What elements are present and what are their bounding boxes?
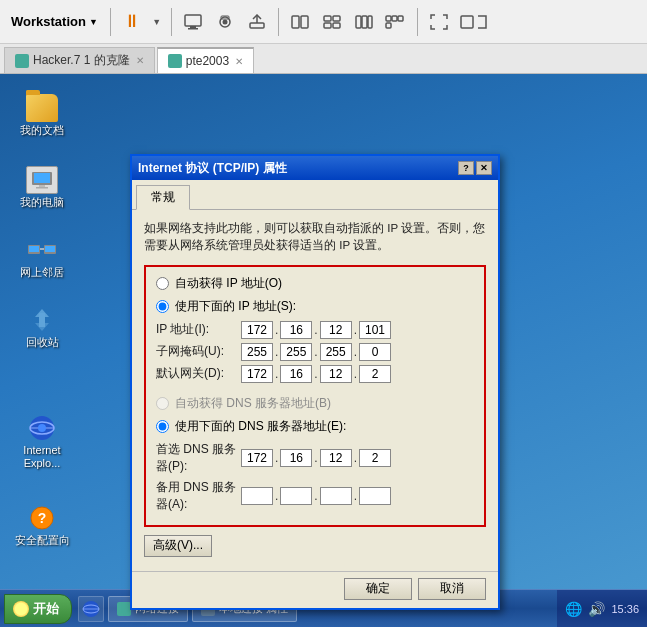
tab-pte2003-close[interactable]: ✕ [235, 56, 243, 67]
radio-manual-dns[interactable] [156, 420, 169, 433]
desktop-icon-security[interactable]: ? 安全配置向 [12, 504, 72, 547]
systray: 🌐 🔊 15:36 [557, 590, 647, 627]
desktop-icon-security-label: 安全配置向 [15, 534, 70, 547]
gateway-seg-4[interactable] [359, 365, 391, 383]
desktop-icon-my-docs[interactable]: 我的文档 [12, 94, 72, 137]
svg-rect-28 [45, 246, 55, 252]
radio-manual-dns-row: 使用下面的 DNS 服务器地址(E): [156, 418, 474, 435]
dns-secondary-value: . . . [241, 487, 391, 505]
view3-button[interactable] [350, 8, 378, 36]
ip-address-label: IP 地址(I): [156, 321, 241, 338]
taskbar-network-icon [117, 602, 131, 616]
workstation-menu[interactable]: Workstation ▼ [6, 11, 103, 32]
dns-p-seg-4[interactable] [359, 449, 391, 467]
desktop-icon-ie[interactable]: Internet Explo... [12, 414, 72, 470]
pause-button[interactable]: ⏸ [118, 8, 146, 36]
dns-s-seg-4[interactable] [359, 487, 391, 505]
clock: 15:36 [611, 603, 639, 615]
svg-rect-14 [362, 16, 367, 28]
start-button[interactable]: 开始 [4, 594, 72, 624]
svg-rect-6 [250, 23, 264, 28]
subnet-mask-row: 子网掩码(U): . . . [156, 343, 474, 361]
dialog-title-buttons: ? ✕ [458, 161, 492, 175]
advanced-button[interactable]: 高级(V)... [144, 535, 212, 557]
ip-seg-3[interactable] [320, 321, 352, 339]
resize-button[interactable] [457, 8, 491, 36]
radio-manual-dns-label: 使用下面的 DNS 服务器地址(E): [175, 418, 346, 435]
dialog-close-button[interactable]: ✕ [476, 161, 492, 175]
separator-1 [110, 8, 111, 36]
tabbar: Hacker.7 1 的克隆 ✕ pte2003 ✕ [0, 44, 647, 74]
subnet-seg-2[interactable] [280, 343, 312, 361]
dns-s-seg-1[interactable] [241, 487, 273, 505]
svg-rect-8 [301, 16, 308, 28]
radio-auto-ip-label: 自动获得 IP 地址(O) [175, 275, 282, 292]
dns-p-seg-3[interactable] [320, 449, 352, 467]
subnet-dot-3: . [354, 345, 357, 359]
view1-button[interactable] [286, 8, 314, 36]
svg-rect-7 [292, 16, 299, 28]
snapshot-button[interactable] [211, 8, 239, 36]
monitor-button[interactable] [179, 8, 207, 36]
dns-s-seg-3[interactable] [320, 487, 352, 505]
subnet-seg-1[interactable] [241, 343, 273, 361]
tab-pte2003[interactable]: pte2003 ✕ [157, 47, 254, 73]
desktop-icon-recycle[interactable]: 回收站 [12, 306, 72, 349]
gateway-seg-1[interactable] [241, 365, 273, 383]
dialog-footer: 确定 取消 [132, 571, 498, 608]
view4-button[interactable] [382, 8, 410, 36]
desktop-icon-recycle-label: 回收站 [26, 336, 59, 349]
workstation-label: Workstation [11, 14, 86, 29]
dns-s-dot-1: . [275, 489, 278, 503]
svg-text:?: ? [38, 510, 47, 526]
svg-rect-12 [333, 23, 340, 28]
dialog-help-button[interactable]: ? [458, 161, 474, 175]
radio-auto-ip[interactable] [156, 277, 169, 290]
desktop-icon-network[interactable]: 网上邻居 [12, 236, 72, 279]
dns-p-seg-2[interactable] [280, 449, 312, 467]
ip-config-section: 自动获得 IP 地址(O) 使用下面的 IP 地址(S): IP 地址(I): … [144, 265, 486, 527]
gateway-row: 默认网关(D): . . . [156, 365, 474, 383]
ip-dot-1: . [275, 323, 278, 337]
desktop-icon-my-computer-label: 我的电脑 [20, 196, 64, 209]
cancel-button[interactable]: 取消 [418, 578, 486, 600]
desktop-icon-my-computer[interactable]: 我的电脑 [12, 166, 72, 209]
ip-seg-2[interactable] [280, 321, 312, 339]
ok-button[interactable]: 确定 [344, 578, 412, 600]
taskbar-ie-icon[interactable] [78, 596, 104, 622]
dropdown-arrow: ▼ [89, 17, 98, 27]
svg-rect-1 [190, 26, 196, 28]
dns-s-dot-3: . [354, 489, 357, 503]
subnet-seg-3[interactable] [320, 343, 352, 361]
systray-volume-icon: 🔊 [588, 601, 605, 617]
dns-s-seg-2[interactable] [280, 487, 312, 505]
radio-manual-ip[interactable] [156, 300, 169, 313]
radio-auto-ip-row: 自动获得 IP 地址(O) [156, 275, 474, 292]
radio-manual-ip-row: 使用下面的 IP 地址(S): [156, 298, 474, 315]
gateway-seg-3[interactable] [320, 365, 352, 383]
dialog-tabs: 常规 [132, 180, 498, 210]
dialog-tab-general[interactable]: 常规 [136, 185, 190, 210]
tab-hacker[interactable]: Hacker.7 1 的克隆 ✕ [4, 47, 155, 73]
upload-button[interactable] [243, 8, 271, 36]
fullscreen-button[interactable] [425, 8, 453, 36]
desktop-icon-my-docs-label: 我的文档 [20, 124, 64, 137]
subnet-seg-4[interactable] [359, 343, 391, 361]
ip-seg-1[interactable] [241, 321, 273, 339]
toolbar: Workstation ▼ ⏸ ▼ [0, 0, 647, 44]
radio-auto-dns[interactable] [156, 397, 169, 410]
subnet-mask-value: . . . [241, 343, 391, 361]
gateway-seg-2[interactable] [280, 365, 312, 383]
tab-hacker-close[interactable]: ✕ [136, 55, 144, 66]
separator-4 [417, 8, 418, 36]
dns-p-seg-1[interactable] [241, 449, 273, 467]
dns-p-dot-1: . [275, 451, 278, 465]
start-logo [13, 601, 29, 617]
svg-rect-26 [29, 246, 39, 252]
separator-3 [278, 8, 279, 36]
ip-seg-4[interactable] [359, 321, 391, 339]
pause-dropdown-button[interactable]: ▼ [150, 8, 164, 36]
ip-address-row: IP 地址(I): . . . [156, 321, 474, 339]
view2-button[interactable] [318, 8, 346, 36]
svg-rect-18 [398, 16, 403, 21]
